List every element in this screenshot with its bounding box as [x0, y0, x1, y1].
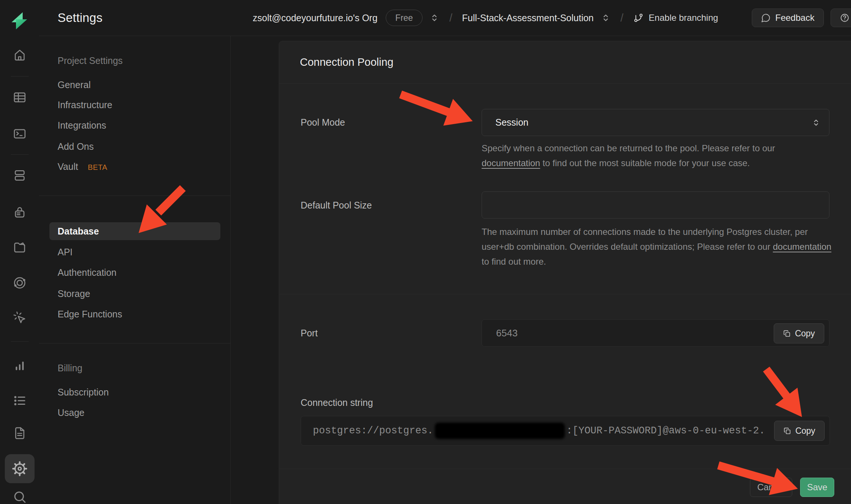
help-circle-icon	[840, 13, 850, 23]
realtime-orbit-icon[interactable]	[13, 276, 27, 290]
pool-mode-select[interactable]: Session	[482, 109, 829, 136]
port-copy-button[interactable]: Copy	[774, 323, 824, 343]
nav-item-infrastructure[interactable]: Infrastructure	[58, 99, 112, 111]
cancel-button[interactable]: Cancel	[750, 478, 792, 497]
advisors-cursor-icon[interactable]	[13, 311, 27, 325]
footer-divider	[279, 469, 851, 469]
nav-item-authentication[interactable]: Authentication	[58, 266, 116, 278]
enable-branching-button[interactable]: Enable branching	[633, 13, 718, 23]
nav-divider	[39, 196, 230, 196]
beta-badge: BETA	[88, 163, 107, 171]
project-selector-chevrons-icon[interactable]	[601, 13, 611, 23]
copy-icon	[783, 330, 791, 337]
logs-list-icon[interactable]	[13, 394, 27, 408]
table-editor-icon[interactable]	[13, 90, 27, 104]
nav-item-general[interactable]: General	[58, 79, 91, 91]
section-divider	[279, 294, 851, 294]
search-icon[interactable]	[13, 490, 27, 504]
feedback-button[interactable]: Feedback	[752, 9, 824, 27]
supabase-logo[interactable]	[10, 11, 29, 30]
help-button[interactable]: Help	[831, 9, 851, 27]
connection-pooling-card: Connection Pooling Pool Mode Session Spe…	[279, 41, 851, 504]
chevrons-up-down-icon	[811, 118, 821, 127]
sql-editor-icon[interactable]	[13, 127, 27, 141]
port-label: Port	[301, 328, 318, 339]
copy-icon	[783, 427, 791, 435]
nav-item-api[interactable]: API	[58, 246, 72, 258]
reports-chart-icon[interactable]	[13, 358, 27, 372]
nav-divider	[39, 343, 230, 343]
database-icon[interactable]	[13, 168, 27, 182]
rail-divider	[11, 76, 29, 77]
top-bar: zsolt@codeyourfuture.io's Org Free / Ful…	[230, 0, 851, 36]
save-button[interactable]: Save	[800, 478, 834, 497]
connection-string-copy-button[interactable]: Copy	[774, 421, 825, 441]
documentation-link[interactable]: documentation	[482, 158, 540, 168]
icon-sidebar	[0, 0, 39, 504]
git-branch-icon	[633, 13, 644, 23]
breadcrumb-separator: /	[449, 12, 452, 24]
default-pool-size-description: The maximum number of connections made t…	[482, 224, 834, 269]
main-content: Connection Pooling Pool Mode Session Spe…	[230, 36, 851, 504]
settings-gear-icon[interactable]	[5, 454, 35, 483]
default-pool-size-label: Default Pool Size	[301, 200, 372, 211]
nav-item-subscription[interactable]: Subscription	[58, 386, 109, 398]
nav-item-storage[interactable]: Storage	[58, 288, 90, 300]
nav-group-billing: Billing	[58, 362, 82, 374]
documentation-link[interactable]: documentation	[773, 242, 831, 252]
pool-mode-label: Pool Mode	[301, 117, 345, 128]
connection-string-box: postgres://postgres. :[YOUR-PASSWORD]@aw…	[301, 416, 830, 446]
nav-item-vault[interactable]: VaultBETA	[58, 161, 107, 172]
breadcrumb-separator: /	[621, 12, 624, 24]
card-header: Connection Pooling	[279, 41, 851, 84]
org-selector-chevrons-icon[interactable]	[429, 13, 440, 23]
page-title: Settings	[58, 11, 103, 25]
rail-divider	[11, 341, 29, 342]
auth-lock-icon[interactable]	[13, 206, 27, 220]
project-breadcrumb[interactable]: Full-Stack-Assessment-Solution	[462, 13, 593, 23]
nav-item-add-ons[interactable]: Add Ons	[58, 140, 94, 152]
home-icon[interactable]	[13, 48, 27, 62]
org-breadcrumb[interactable]: zsolt@codeyourfuture.io's Org	[253, 13, 378, 23]
topbar-actions: Feedback Help	[752, 9, 851, 27]
card-title: Connection Pooling	[300, 56, 394, 68]
settings-nav-header: Settings	[39, 0, 230, 36]
nav-item-usage[interactable]: Usage	[58, 407, 84, 419]
nav-item-database[interactable]: Database	[49, 222, 220, 240]
nav-item-integrations[interactable]: Integrations	[58, 119, 106, 131]
rail-divider	[11, 154, 29, 155]
port-input: 6543 Copy	[482, 319, 829, 347]
storage-icon[interactable]	[13, 240, 27, 255]
redacted-text	[435, 423, 565, 439]
docs-file-icon[interactable]	[13, 426, 27, 440]
pool-mode-description: Specify when a connection can be returne…	[482, 141, 834, 171]
message-bubble-icon	[761, 13, 771, 23]
default-pool-size-input[interactable]	[482, 191, 829, 219]
supabase-settings-page: Settings Project Settings General Infras…	[0, 0, 851, 504]
settings-nav-panel: Settings Project Settings General Infras…	[39, 0, 231, 504]
nav-item-edge-functions[interactable]: Edge Functions	[58, 308, 122, 320]
connection-string-label: Connection string	[301, 397, 373, 408]
plan-badge[interactable]: Free	[386, 10, 423, 26]
nav-group-project-settings: Project Settings	[58, 55, 123, 67]
